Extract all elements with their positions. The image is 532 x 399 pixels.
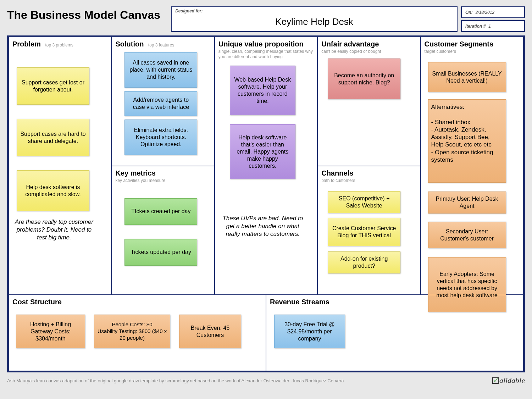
section-subtitle: path to customers	[321, 178, 416, 183]
section-subtitle: single, clean, compelling message that s…	[218, 49, 314, 60]
sticky-note[interactable]: Add-on for existing product?	[328, 251, 400, 273]
on-label: On:	[465, 10, 473, 15]
sticky-note[interactable]: Create Customer Service Blog for THIS ve…	[328, 218, 400, 246]
sticky-note[interactable]: Break Even: 45 Customers	[179, 315, 241, 348]
logo-text: alidable	[499, 376, 525, 385]
section-uvp: Unique value proposition single, clean, …	[215, 37, 317, 295]
sticky-note[interactable]: Primary User: Help Desk Agent	[428, 192, 506, 214]
canvas: Problem top 3 problems Support cases get…	[7, 35, 525, 372]
section-revenue: Revenue Streams 30-day Free Trial @ $24.…	[266, 295, 523, 371]
checkbox-icon	[492, 377, 499, 384]
on-value: 2/18/2012	[476, 10, 494, 15]
section-subtitle: key activities you measure	[115, 178, 210, 183]
section-title: Unique value proposition	[218, 40, 304, 48]
section-subtitle: can't be easily copied or bought	[321, 49, 416, 54]
sticky-note[interactable]: Alternatives: - Shared inbox - Autotask,…	[428, 99, 506, 183]
section-title: Solution	[115, 40, 144, 48]
iteration-value: 1	[488, 24, 491, 29]
sticky-note[interactable]: Support cases get lost or forgotten abou…	[17, 67, 89, 105]
section-metrics: Key metrics key activities you measure T…	[111, 166, 214, 295]
footer: Ash Maurya's lean canvas adaptation of t…	[7, 376, 525, 385]
sticky-note[interactable]: Secondary User: Customer's customer	[428, 222, 506, 248]
section-title: Key metrics	[115, 169, 155, 177]
sticky-note[interactable]: Small Businesses (REALLY Need a vertical…	[428, 62, 506, 92]
section-cost: Cost Structure Hosting + Billing Gateway…	[9, 295, 266, 371]
designed-for-value: Keylime Help Desk	[175, 9, 453, 27]
meta-boxes: On: 2/18/2012 Iteration # 1	[461, 6, 525, 32]
page-title: The Business Model Canvas	[7, 6, 167, 22]
section-title: Customer Segments	[425, 40, 494, 48]
sticky-note[interactable]: Help desk software is complicated and sl…	[17, 170, 89, 211]
section-channels: Channels path to customers SEO (competit…	[317, 166, 420, 295]
sticky-note[interactable]: Add/remove agents to case via web interf…	[124, 91, 197, 116]
designed-for-box: Designed for: Keylime Help Desk	[171, 6, 458, 32]
section-title: Channels	[321, 169, 353, 177]
sticky-note[interactable]: TIckets created per day	[124, 198, 197, 225]
footer-credit: Ash Maurya's lean canvas adaptation of t…	[7, 378, 344, 383]
section-title: Problem	[12, 40, 41, 48]
section-problem: Problem top 3 problems Support cases get…	[9, 37, 111, 295]
section-title: Revenue Streams	[270, 298, 329, 306]
iteration-label: Iteration #	[465, 24, 486, 29]
section-subtitle: target customers	[425, 49, 520, 54]
sticky-note[interactable]: People Costs: $0 Usability Testing: $800…	[94, 315, 170, 348]
sticky-note[interactable]: All cases saved in one place, with curre…	[124, 52, 197, 88]
logo: alidable	[492, 376, 525, 385]
comment-text: Are these really top customer problems? …	[14, 218, 94, 242]
sticky-note[interactable]: Hosting + Billing Gateway Costs: $304/mo…	[16, 315, 85, 348]
sticky-note[interactable]: Tickets updated per day	[124, 239, 197, 266]
sticky-note[interactable]: Web-based Help Desk software. Help your …	[230, 66, 295, 115]
on-box: On: 2/18/2012	[461, 6, 525, 18]
section-subtitle: top 3 features	[148, 43, 174, 48]
sticky-note[interactable]: Support cases are hard to share and dele…	[17, 119, 89, 156]
section-title: Cost Structure	[12, 298, 62, 306]
section-solution: Solution top 3 features All cases saved …	[111, 37, 214, 166]
sticky-note[interactable]: Help desk software that's easier than em…	[230, 124, 295, 179]
section-subtitle: top 3 problems	[45, 43, 73, 48]
sticky-note[interactable]: SEO (competitive) + Sales Website	[328, 191, 400, 213]
iteration-box: Iteration # 1	[461, 20, 525, 32]
section-title: Unfair advantage	[321, 40, 379, 48]
comment-text: These UVPs are bad. Need to get a better…	[222, 215, 304, 238]
section-segments: Customer Segments target customers Small…	[421, 37, 523, 295]
designed-for-label: Designed for:	[175, 9, 203, 13]
sticky-note[interactable]: 30-day Free Trial @ $24.95/month per com…	[274, 315, 345, 348]
section-advantage: Unfair advantage can't be easily copied …	[317, 37, 420, 166]
sticky-note[interactable]: Eliminate extra fields. Keyboard shortcu…	[124, 120, 197, 155]
header: The Business Model Canvas Designed for: …	[7, 6, 525, 32]
sticky-note[interactable]: Become an authority on support niche. Bl…	[328, 59, 400, 99]
